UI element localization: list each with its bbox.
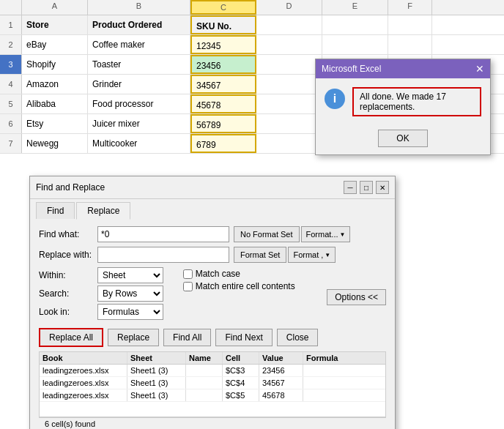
cell-a6[interactable]: Etsy bbox=[22, 114, 88, 133]
dialog-tabs: Find Replace bbox=[30, 199, 395, 219]
cell-a7[interactable]: Newegg bbox=[22, 134, 88, 153]
options-btn-panel: Options << bbox=[327, 267, 386, 305]
replace-button[interactable]: Replace bbox=[108, 329, 159, 346]
replace-with-row: Replace with: Format Set Format , ▼ bbox=[39, 247, 386, 263]
cell-e2[interactable] bbox=[322, 35, 388, 54]
cell-b5[interactable]: Food processor bbox=[88, 94, 190, 113]
cell-b1[interactable]: Product Ordered bbox=[88, 15, 190, 34]
result-value: 34567 bbox=[259, 377, 303, 389]
row-number: 2 bbox=[0, 35, 22, 54]
options-right-panel: Match case Match entire cell contents bbox=[183, 267, 327, 294]
within-row: Within: Sheet bbox=[39, 267, 183, 283]
dialog-maximize-button[interactable]: □ bbox=[360, 181, 373, 194]
list-item[interactable]: leadingzeroes.xlsx Sheet1 (3) $C$3 23456 bbox=[40, 365, 385, 377]
dialog-window-controls: ─ □ ✕ bbox=[344, 181, 389, 194]
col-value: Value bbox=[259, 352, 303, 364]
cell-f2[interactable] bbox=[388, 35, 432, 54]
close-button[interactable]: Close bbox=[277, 329, 319, 346]
cell-d1[interactable] bbox=[256, 15, 322, 34]
cell-c6[interactable]: 56789 bbox=[190, 114, 256, 133]
match-case-label[interactable]: Match case bbox=[183, 269, 327, 279]
col-cell: Cell bbox=[223, 352, 259, 364]
list-item[interactable]: leadingzeroes.xlsx Sheet1 (3) $C$5 45678 bbox=[40, 389, 385, 402]
cell-a3[interactable]: Shopify bbox=[22, 55, 88, 74]
result-cell: $C$3 bbox=[223, 365, 259, 376]
result-sheet: Sheet1 (3) bbox=[127, 377, 186, 389]
col-sheet: Sheet bbox=[127, 352, 186, 364]
col-name: Name bbox=[186, 352, 223, 364]
cell-d3[interactable] bbox=[256, 55, 322, 74]
table-row: 2 eBay Coffee maker 12345 bbox=[0, 35, 504, 55]
status-bar: 6 cell(s) found bbox=[39, 417, 386, 429]
result-formula bbox=[303, 365, 385, 376]
cell-c7[interactable]: 6789 bbox=[190, 134, 256, 153]
list-item[interactable]: leadingzeroes.xlsx Sheet1 (3) $C$4 34567 bbox=[40, 377, 385, 389]
find-format-arrow-icon: ▼ bbox=[340, 231, 346, 238]
excel-dialog-title: Microsoft Excel bbox=[322, 64, 381, 74]
cell-b2[interactable]: Coffee maker bbox=[88, 35, 190, 54]
replace-no-format-set-button[interactable]: Format Set bbox=[234, 247, 286, 263]
look-in-row: Look in: Formulas bbox=[39, 304, 183, 320]
result-cell: $C$5 bbox=[223, 389, 259, 401]
cell-a2[interactable]: eBay bbox=[22, 35, 88, 54]
cell-c4[interactable]: 34567 bbox=[190, 75, 256, 94]
cell-d4[interactable] bbox=[256, 75, 322, 94]
cell-d5[interactable] bbox=[256, 94, 322, 113]
status-text: 6 cell(s) found bbox=[45, 419, 95, 428]
result-name bbox=[186, 377, 223, 389]
replace-with-input[interactable] bbox=[97, 247, 229, 263]
find-next-button[interactable]: Find Next bbox=[215, 329, 272, 346]
tab-replace[interactable]: Replace bbox=[76, 202, 130, 220]
find-format-button[interactable]: Format... ▼ bbox=[301, 226, 351, 242]
dialog-close-button[interactable]: ✕ bbox=[376, 181, 389, 194]
col-header-a: A bbox=[22, 0, 88, 15]
cell-c3[interactable]: 23456 bbox=[190, 55, 256, 74]
cell-c5[interactable]: 45678 bbox=[190, 94, 256, 113]
excel-dialog-title-bar: Microsoft Excel ✕ bbox=[316, 59, 490, 78]
excel-dialog-close-button[interactable]: ✕ bbox=[475, 63, 484, 75]
col-header-f: F bbox=[388, 0, 432, 15]
tab-find[interactable]: Find bbox=[36, 202, 75, 219]
cell-a1[interactable]: Store bbox=[22, 15, 88, 34]
find-replace-dialog: Find and Replace ─ □ ✕ Find Replace Find… bbox=[29, 176, 396, 429]
search-select[interactable]: By Rows bbox=[97, 286, 163, 302]
column-headers: A B C D E F bbox=[0, 0, 504, 15]
match-case-checkbox[interactable] bbox=[183, 269, 193, 279]
row-number: 1 bbox=[0, 15, 22, 34]
options-button[interactable]: Options << bbox=[327, 289, 386, 305]
cell-b3[interactable]: Toaster bbox=[88, 55, 190, 74]
cell-b6[interactable]: Juicer mixer bbox=[88, 114, 190, 133]
replace-format-set-label: Format Set bbox=[240, 250, 280, 259]
result-book: leadingzeroes.xlsx bbox=[40, 389, 127, 401]
cell-a4[interactable]: Amazon bbox=[22, 75, 88, 94]
cell-b4[interactable]: Grinder bbox=[88, 75, 190, 94]
cell-d7[interactable] bbox=[256, 134, 322, 153]
look-in-select[interactable]: Formulas bbox=[97, 304, 163, 320]
within-select[interactable]: Sheet bbox=[97, 267, 163, 283]
find-all-button[interactable]: Find All bbox=[163, 329, 211, 346]
cell-b7[interactable]: Multicooker bbox=[88, 134, 190, 153]
row-number: 5 bbox=[0, 94, 22, 113]
col-book: Book bbox=[40, 352, 127, 364]
cell-c2[interactable]: 12345 bbox=[190, 35, 256, 54]
find-no-format-set-button[interactable]: No Format Set bbox=[234, 226, 300, 242]
excel-ok-button[interactable]: OK bbox=[378, 130, 427, 147]
cell-d2[interactable] bbox=[256, 35, 322, 54]
dialog-minimize-button[interactable]: ─ bbox=[344, 181, 357, 194]
result-book: leadingzeroes.xlsx bbox=[40, 365, 127, 376]
replace-format-button[interactable]: Format , ▼ bbox=[288, 247, 336, 263]
dialog-title: Find and Replace bbox=[36, 182, 105, 193]
cell-e1[interactable] bbox=[322, 15, 388, 34]
excel-dialog-body: i All done. We made 17 replacements. bbox=[316, 78, 490, 125]
info-icon: i bbox=[325, 89, 345, 109]
cell-c1[interactable]: SKU No. bbox=[190, 15, 256, 34]
find-what-input[interactable] bbox=[97, 226, 229, 242]
look-in-label: Look in: bbox=[39, 307, 97, 317]
cell-d6[interactable] bbox=[256, 114, 322, 133]
cell-f1[interactable] bbox=[388, 15, 432, 34]
cell-a5[interactable]: Alibaba bbox=[22, 94, 88, 113]
match-entire-checkbox[interactable] bbox=[183, 282, 193, 291]
match-entire-label[interactable]: Match entire cell contents bbox=[183, 281, 327, 291]
options-left-panel: Within: Sheet Search: By Rows Look in: F… bbox=[39, 267, 183, 322]
replace-all-button[interactable]: Replace All bbox=[39, 328, 103, 347]
